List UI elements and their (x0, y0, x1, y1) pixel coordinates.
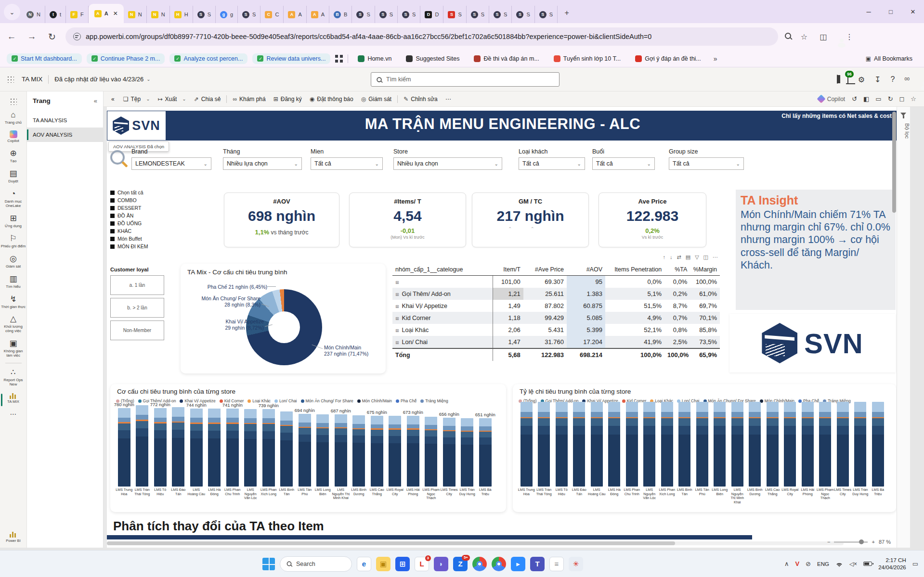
filter-dropdown-brand[interactable]: LEMONDESTEAK⌄ (131, 157, 211, 170)
taskbar-app-edge[interactable]: e (357, 557, 371, 571)
rail-item-copilot[interactable]: Copilot (0, 128, 27, 146)
toolbar-right-icon-5[interactable]: ☆ (911, 95, 916, 103)
horizontal-scrollbar[interactable] (107, 541, 844, 545)
bar-column[interactable]: LMS Đào Tấn (169, 402, 188, 510)
help-icon[interactable]: ? (891, 75, 895, 84)
bar-column[interactable]: LMS Trần Thái Tông (133, 402, 152, 510)
bookmark-item[interactable]: Gợi ý đáp án đề thi... (630, 53, 706, 64)
bar-column[interactable]: LMS Long Biên (711, 402, 729, 510)
collapse-pages-icon[interactable]: « (94, 97, 97, 104)
browser-tab[interactable]: SS (443, 6, 466, 23)
rail-item-report-ops-new[interactable]: ∴Report Ops New (0, 365, 27, 390)
filter-dropdown-loại-khách[interactable]: Tất cả⌄ (519, 157, 585, 170)
settings-gear-icon[interactable]: ⚙ (858, 75, 865, 84)
toolbar--ng-k-[interactable]: ⊞Đăng ký (270, 94, 306, 104)
category-checkbox--u-ng[interactable]: ĐỒ UỐNG (110, 220, 168, 226)
bar-column[interactable]: LMS Nguyễn Văn Lộc (641, 402, 659, 510)
volume-muted-icon[interactable]: ◁× (849, 561, 857, 567)
expand-row-icon[interactable]: ⊞ (395, 316, 399, 321)
toolbar-right-icon-4[interactable]: ◻ (899, 95, 905, 103)
address-bar[interactable]: app.powerbi.com/groups/df0b8997-7710-420… (65, 27, 778, 46)
toolbar-right-icon-1[interactable]: ◧ (863, 95, 869, 103)
split-screen-icon[interactable]: ◫ (817, 32, 830, 41)
bookmarks-overflow-icon[interactable]: » (714, 55, 717, 63)
bar-column[interactable]: LMS Long Biên (314, 402, 332, 510)
browser-tab[interactable]: DD (420, 6, 443, 23)
pbi-app-name[interactable]: TA MIX (22, 76, 42, 83)
loyal-button-0[interactable]: a. 1 lần (110, 275, 164, 295)
rail-waffle-icon[interactable] (0, 95, 27, 108)
taskbar-app-notes[interactable]: ≡ (549, 557, 564, 571)
bar-column[interactable]: LMS Bà Triệu (869, 402, 887, 510)
chevron-down-icon[interactable]: ⌄ (146, 77, 150, 82)
browser-tab[interactable]: FF (66, 6, 89, 23)
bar-column[interactable]: LMS Trần Duy Hưng (458, 402, 477, 510)
bar-column[interactable]: LMS Phan Chu Trinh (623, 402, 641, 510)
rail-item-t-m-hi-u[interactable]: ▥Tìm hiểu (0, 272, 27, 292)
taskbar-app-red-app[interactable]: ✳ (569, 557, 583, 571)
zoom-out-icon[interactable]: − (827, 539, 830, 545)
category-checkbox--n[interactable]: ĐỒ ĂN (110, 213, 168, 218)
toolbar-xu-t[interactable]: ↦Xuất⌄ (154, 94, 190, 104)
browser-tab[interactable]: HH (170, 6, 193, 23)
zoom-search-icon[interactable] (785, 32, 791, 41)
pbi-search-box[interactable]: Tìm kiếm (371, 72, 560, 87)
taskbar-app-browser-purple[interactable]: ◗ (434, 557, 448, 571)
browser-tab[interactable]: gg (216, 6, 238, 23)
bar-column[interactable]: LMS Times City (834, 402, 852, 510)
category-checkbox-kh-c[interactable]: KHÁC (110, 228, 168, 234)
close-button[interactable]: ✕ (902, 0, 924, 23)
bookmark-star-icon[interactable]: ☆ (798, 32, 810, 41)
bar-column[interactable]: LMS Phạm Ngọc Thạch (422, 402, 441, 510)
browser-tab[interactable]: SS (512, 6, 534, 23)
expand-row-icon[interactable]: ⊞ (395, 292, 399, 297)
site-settings-icon[interactable] (73, 33, 81, 40)
all-bookmarks-button[interactable]: ▣All Bookmarks (861, 53, 917, 64)
browser-tab[interactable]: BB (329, 6, 352, 23)
bookmark-item[interactable]: ✓Analyze cost percen... (169, 53, 247, 64)
bar-column[interactable]: 687 nghìnLMS Nguyễn Thị Minh Khai (332, 402, 350, 510)
taskbar-search[interactable]: Search (280, 556, 352, 572)
tab-search-button[interactable]: ⌄ (4, 4, 20, 20)
browser-tab[interactable]: NN (22, 6, 45, 23)
rail-item--ng-d-ng[interactable]: ⊞Ứng dụng (0, 211, 27, 231)
bar-column[interactable]: 673 nghìnLMS Hải Phòng (404, 402, 422, 510)
reload-button[interactable]: ↻ (45, 31, 59, 42)
visual-header-icon-6[interactable]: ⋯ (713, 254, 718, 260)
filter-dropdown-group-size[interactable]: Tất cả⌄ (669, 157, 744, 170)
taskbar-app-zalo[interactable]: Z5+ (453, 557, 468, 571)
bar-column[interactable]: 772 nghìnLMS Tô Hiệu (151, 402, 169, 510)
taskbar-app-chrome-1[interactable] (472, 557, 487, 571)
browser-tab[interactable]: SS (238, 6, 260, 23)
page-tab-aov-analysis[interactable]: AOV ANALYSIS (27, 128, 103, 142)
bar-column[interactable]: LMS Trần Duy Hưng (852, 402, 870, 510)
taskbar-clock[interactable]: 2:17 CH 24/04/2026 (878, 557, 906, 571)
bar-column[interactable]: LMS Bình Dương (350, 402, 368, 510)
expand-row-icon[interactable]: ⊞ (395, 304, 399, 309)
bookmark-item[interactable]: Home.vn (353, 53, 396, 64)
tray-expand-icon[interactable]: ∧ (784, 560, 789, 567)
rail-item-t-o[interactable]: ⊕Tạo (0, 146, 27, 167)
rail-item-kh-ng-gian-l-m-vi-c[interactable]: ▣Không gian làm việc (0, 336, 27, 361)
category-checkbox-m-n-i-k-m[interactable]: MÓN ĐI KÈM (110, 244, 168, 249)
bar-column[interactable]: LMS Tân Phú (693, 402, 711, 510)
bar-column[interactable]: 741 nghìnLMS Phan Chu Trinh (223, 402, 242, 510)
start-button[interactable] (262, 558, 275, 570)
rail-item-trang-ch-[interactable]: ⌂Trang chủ (0, 108, 27, 128)
browser-tab[interactable]: SS (535, 6, 558, 23)
notification-center-icon[interactable]: ▭ (912, 560, 918, 567)
close-tab-icon[interactable]: ✕ (113, 10, 118, 17)
filters-pane-collapsed[interactable]: Bộ lọc (897, 107, 910, 548)
visual-header-icon-4[interactable]: ▽ (695, 254, 699, 260)
bar-column[interactable]: LMS Royal City (781, 402, 799, 510)
expand-row-icon[interactable]: ⊞ (395, 280, 399, 285)
copilot-button[interactable]: Copilot (818, 96, 845, 103)
rail-item-th-i-gian-th-c[interactable]: ↯Thời gian thực (0, 292, 27, 312)
bar-column[interactable]: 651 nghìnLMS Bà Triệu (476, 402, 495, 510)
bar-column[interactable]: 780 nghìnLMS Trung Hòa (115, 402, 133, 510)
tray-blocked-icon[interactable]: ⊘ (806, 560, 811, 567)
taskbar-app-chrome-2[interactable] (492, 557, 506, 571)
bookmark-item[interactable]: Tuyển sinh lớp 10 T... (549, 53, 625, 64)
toolbar-gi-m-s-t[interactable]: ◎Giám sát (357, 94, 396, 104)
bar-column[interactable]: 656 nghìnLMS Times City (440, 402, 458, 510)
